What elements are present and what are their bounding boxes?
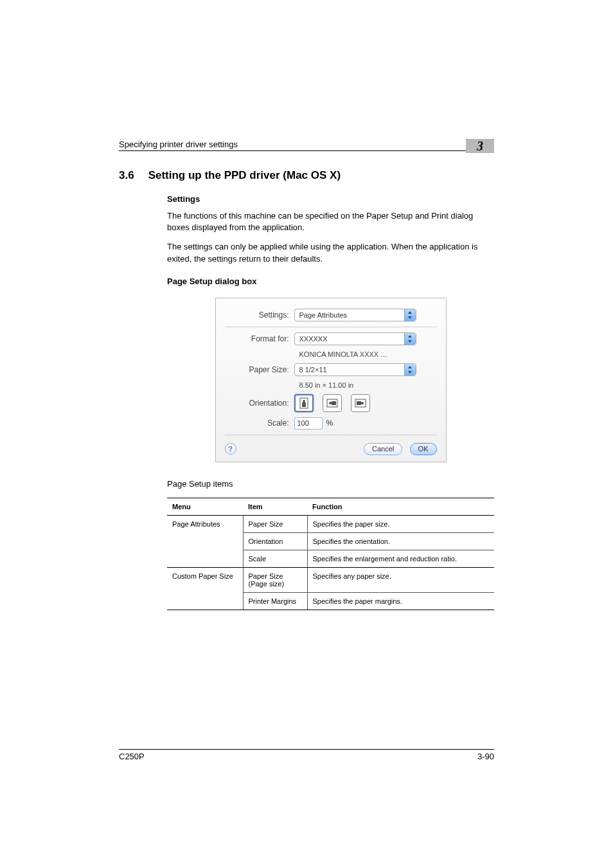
cell-function: Specifies the paper size.: [307, 515, 494, 532]
cell-function: Specifies the paper margins.: [307, 592, 494, 610]
footer-page-number: 3-90: [477, 752, 494, 761]
cell-item: Orientation: [243, 532, 307, 550]
subhead-page-setup: Page Setup dialog box: [167, 276, 494, 286]
cell-menu: [167, 532, 243, 550]
paper-size-select[interactable]: 8 1/2×11: [294, 363, 416, 376]
format-for-subtext: KONICA MINOLTA XXXX …: [299, 350, 437, 358]
orientation-landscape-right-button[interactable]: [351, 394, 370, 412]
page-setup-dialog: Settings: Page Attributes Format for: XX…: [215, 298, 447, 462]
page-setup-items-table: Menu Item Function Page Attributes Paper…: [167, 498, 494, 610]
label-orientation: Orientation:: [225, 399, 294, 408]
section-title: Setting up the PPD driver (Mac OS X): [148, 169, 341, 182]
page-footer: C250P 3-90: [119, 749, 494, 761]
running-header: Specifying printer driver settings 3: [119, 135, 494, 151]
th-function: Function: [307, 498, 494, 515]
paper-size-value: 8 1/2×11: [299, 366, 327, 374]
cell-menu: Custom Paper Size: [167, 567, 243, 592]
orientation-portrait-button[interactable]: [294, 394, 314, 412]
divider: [225, 327, 437, 327]
settings-select[interactable]: Page Attributes: [294, 309, 416, 321]
th-menu: Menu: [167, 498, 243, 515]
running-title: Specifying printer driver settings: [119, 140, 466, 149]
chapter-badge: 3: [466, 139, 494, 153]
cell-function: Specifies any paper size.: [307, 567, 494, 592]
cell-menu: Page Attributes: [167, 515, 243, 532]
paragraph: The settings can only be applied while u…: [167, 241, 494, 264]
cancel-button[interactable]: Cancel: [364, 443, 402, 455]
table-row: Orientation Specifies the orientation.: [167, 532, 494, 550]
cell-item: Printer Margins: [243, 592, 307, 610]
cell-function: Specifies the orientation.: [307, 532, 494, 550]
cell-menu: [167, 550, 243, 567]
table-row: Printer Margins Specifies the paper marg…: [167, 592, 494, 610]
paragraph: The functions of this machine can be spe…: [167, 210, 494, 233]
scale-input[interactable]: [294, 417, 323, 429]
table-row: Scale Specifies the enlargement and redu…: [167, 550, 494, 567]
label-paper-size: Paper Size:: [225, 365, 294, 374]
settings-value: Page Attributes: [299, 311, 348, 319]
paper-size-subtext: 8.50 in × 11.00 in: [299, 381, 437, 389]
label-format-for: Format for:: [225, 334, 294, 343]
help-button[interactable]: ?: [225, 443, 236, 455]
section-heading: 3.6 Setting up the PPD driver (Mac OS X): [119, 169, 494, 182]
percent-label: %: [326, 419, 333, 428]
label-scale: Scale:: [225, 419, 294, 428]
ok-button[interactable]: OK: [410, 443, 437, 455]
cell-item: Paper Size (Page size): [243, 567, 307, 592]
table-row: Page Attributes Paper Size Specifies the…: [167, 515, 494, 532]
format-for-select[interactable]: XXXXXX: [294, 332, 416, 345]
section-number: 3.6: [119, 169, 134, 182]
cell-item: Paper Size: [243, 515, 307, 532]
chevron-updown-icon: [404, 364, 416, 375]
subhead-settings: Settings: [167, 194, 494, 204]
label-settings: Settings:: [225, 311, 294, 320]
chevron-updown-icon: [404, 309, 416, 321]
table-row: Custom Paper Size Paper Size (Page size)…: [167, 567, 494, 592]
footer-model: C250P: [119, 752, 145, 761]
table-caption: Page Setup items: [167, 479, 494, 489]
chevron-updown-icon: [404, 333, 416, 345]
cell-menu: [167, 592, 243, 610]
cell-function: Specifies the enlargement and reduction …: [307, 550, 494, 567]
divider: [225, 435, 437, 435]
format-for-value: XXXXXX: [299, 335, 328, 343]
th-item: Item: [243, 498, 307, 515]
cell-item: Scale: [243, 550, 307, 567]
orientation-landscape-left-button[interactable]: [323, 394, 342, 412]
